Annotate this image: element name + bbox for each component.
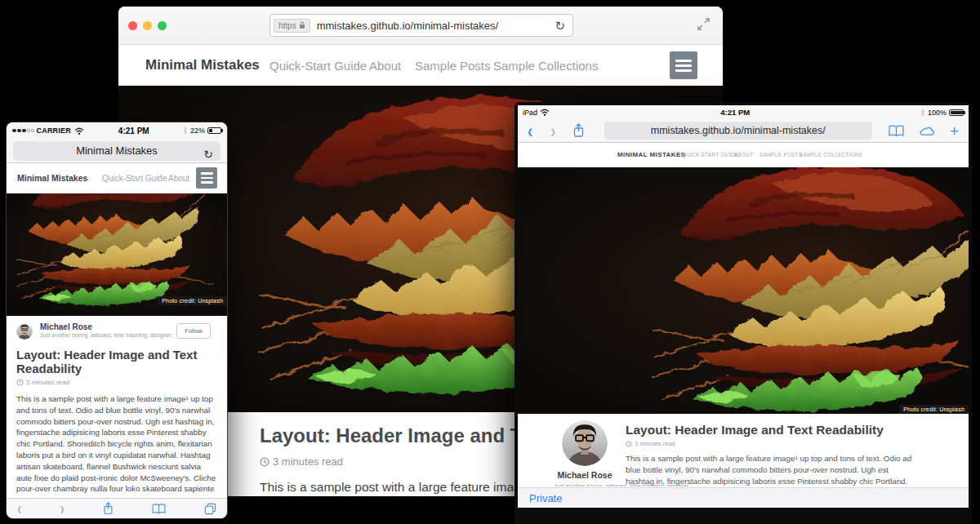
photo-credit-badge: Photo credit: Unsplash: [899, 405, 969, 414]
back-icon[interactable]: ‹: [528, 121, 532, 140]
reload-icon[interactable]: ↻: [203, 144, 213, 164]
ipad-post-content: Michael Rose Just another boring, tattoo…: [518, 414, 969, 486]
responsive-showcase-canvas: https mmistakes.github.io/minimal-mistak…: [0, 0, 980, 524]
ipad-address-bar[interactable]: mmistakes.github.io/minimal-mistakes/: [604, 122, 872, 140]
ipad-screen: iPad 4:21 PM ᛒ 100% ‹ › mmistakes.github…: [518, 105, 969, 508]
bluetooth-icon: ᛒ: [921, 109, 925, 117]
cell-signal-icon: [12, 129, 34, 133]
author-bio: Just another boring, tattooed, time trav…: [40, 332, 172, 338]
author-avatar: [562, 420, 608, 466]
post-title: Layout: Header Image and Text Readabilit…: [16, 349, 217, 375]
safari-toolbar: ‹ › mmistakes.github.io/minimal-mistakes…: [518, 119, 969, 143]
safari-bottom-toolbar: ‹ ›: [7, 498, 227, 518]
read-time-label: 3 minutes read: [273, 455, 343, 468]
address-bar[interactable]: https mmistakes.github.io/minimal-mistak…: [270, 14, 573, 37]
iphone-safari-window: CARRIER 4:21 PM ᛒ 22% Minimal Mistakes ↻…: [7, 122, 227, 518]
close-window-button[interactable]: [128, 21, 137, 30]
bookmarks-book-icon[interactable]: [152, 504, 166, 514]
share-icon[interactable]: [103, 502, 114, 515]
post-title: Layout: Header Image and Text Readabilit…: [626, 423, 918, 437]
back-icon[interactable]: ‹: [17, 500, 22, 517]
url-text[interactable]: mmistakes.github.io/minimal-mistakes/: [317, 20, 555, 32]
iphone-site-nav: Minimal Mistakes Quick-Start Guide About: [7, 163, 227, 193]
iphone-feature-image: Photo credit: Unsplash: [7, 193, 227, 316]
zoom-window-button[interactable]: [158, 21, 167, 30]
status-time: 4:21 PM: [84, 127, 184, 135]
iphone-post-content: Michael Rose Just another boring, tattoo…: [7, 316, 227, 497]
clock-icon: [260, 457, 270, 467]
status-time: 4:21 PM: [550, 108, 921, 117]
iphone-address-bar[interactable]: Minimal Mistakes ↻: [13, 141, 220, 161]
battery-percent-label: 100%: [928, 109, 947, 117]
carrier-label: CARRIER: [37, 127, 71, 135]
menu-hamburger-button[interactable]: [670, 51, 697, 79]
ipad-feature-image: Photo credit: Unsplash: [518, 167, 969, 414]
post-meta: 3 minutes read: [626, 440, 918, 447]
new-tab-icon[interactable]: +: [950, 123, 959, 139]
menu-hamburger-button[interactable]: [196, 167, 217, 189]
share-icon[interactable]: [572, 123, 585, 138]
nav-link-quick-start-guide[interactable]: Quick-Start Guide: [102, 174, 167, 183]
forward-icon[interactable]: ›: [550, 121, 555, 140]
icloud-tabs-icon[interactable]: [918, 125, 936, 136]
desktop-site-nav: Minimal Mistakes Quick-Start Guide About…: [118, 45, 723, 86]
nav-link-sample-posts[interactable]: SAMPLE POSTS: [760, 152, 802, 158]
author-avatar-photo: [562, 420, 608, 466]
forward-icon[interactable]: ›: [60, 500, 65, 517]
wifi-icon: [540, 109, 550, 116]
page-title-label: Minimal Mistakes: [76, 144, 158, 157]
minimize-window-button[interactable]: [143, 21, 152, 30]
dried-leaves-photo: [650, 167, 969, 414]
iphone-url-row: Minimal Mistakes ↻: [7, 139, 227, 163]
site-brand-link[interactable]: Minimal Mistakes: [145, 57, 260, 73]
dried-leaves-photo: [15, 193, 219, 313]
nav-link-about[interactable]: ABOUT: [734, 152, 753, 158]
nav-link-quick-start-guide[interactable]: Quick-Start Guide: [270, 59, 367, 73]
https-badge: https: [274, 19, 310, 33]
desktop-browser-chrome: https mmistakes.github.io/minimal-mistak…: [118, 7, 723, 45]
author-column: Michael Rose Just another boring, tattoo…: [554, 420, 616, 486]
post-column: Layout: Header Image and Text Readabilit…: [626, 414, 918, 486]
ipad-site-nav: MINIMAL MISTAKES QUICK-START GUIDE ABOUT…: [518, 143, 969, 167]
nav-link-about[interactable]: About: [168, 174, 189, 183]
clock-icon: [16, 379, 24, 386]
battery-icon: [949, 109, 964, 116]
author-name: Michael Rose: [554, 470, 616, 480]
iphone-status-bar: CARRIER 4:21 PM ᛒ 22%: [7, 122, 227, 139]
wifi-icon: [74, 127, 84, 135]
private-label[interactable]: Private: [529, 492, 562, 504]
nav-link-sample-collections[interactable]: Sample Collections: [493, 59, 598, 73]
post-paragraph: This is a sample post with a large featu…: [626, 453, 918, 486]
photo-credit-badge: Photo credit: Unsplash: [158, 296, 227, 305]
clock-icon: [626, 441, 632, 447]
author-avatar-photo: [16, 323, 33, 340]
bluetooth-icon: ᛒ: [184, 127, 188, 135]
https-label: https: [278, 21, 296, 30]
fullscreen-expand-icon[interactable]: [697, 18, 710, 33]
site-brand-link[interactable]: Minimal Mistakes: [17, 173, 87, 183]
author-row: Michael Rose Just another boring, tattoo…: [16, 322, 217, 342]
battery-percent-label: 22%: [190, 127, 205, 135]
reload-icon[interactable]: ↻: [555, 20, 565, 32]
read-time-label: 3 minutes read: [26, 379, 69, 386]
post-meta: 3 minutes read: [16, 379, 217, 386]
author-bio: Just another boring, tattooed, time trav…: [554, 483, 616, 486]
battery-icon: [207, 127, 221, 134]
device-label: iPad: [523, 109, 537, 117]
tabs-icon[interactable]: [204, 503, 216, 515]
follow-button[interactable]: Follow: [176, 323, 211, 339]
ipad-status-bar: iPad 4:21 PM ᛒ 100%: [518, 105, 969, 119]
nav-link-quick-start-guide[interactable]: QUICK-START GUIDE: [682, 152, 738, 158]
lock-icon: [299, 21, 305, 29]
private-browsing-bar: Private: [518, 487, 969, 508]
author-name: Michael Rose: [40, 322, 92, 331]
nav-link-about[interactable]: About: [369, 59, 401, 73]
author-avatar: [16, 323, 33, 340]
nav-link-sample-collections[interactable]: SAMPLE COLLECTIONS: [800, 152, 862, 158]
ipad-safari-window: iPad 4:21 PM ᛒ 100% ‹ › mmistakes.github…: [514, 102, 972, 524]
site-brand-link[interactable]: MINIMAL MISTAKES: [617, 151, 685, 158]
post-paragraph: This is a sample post with a large featu…: [16, 393, 217, 497]
nav-link-sample-posts[interactable]: Sample Posts: [415, 59, 491, 73]
bookmarks-book-icon[interactable]: [889, 125, 904, 137]
read-time-label: 3 minutes read: [635, 440, 675, 447]
